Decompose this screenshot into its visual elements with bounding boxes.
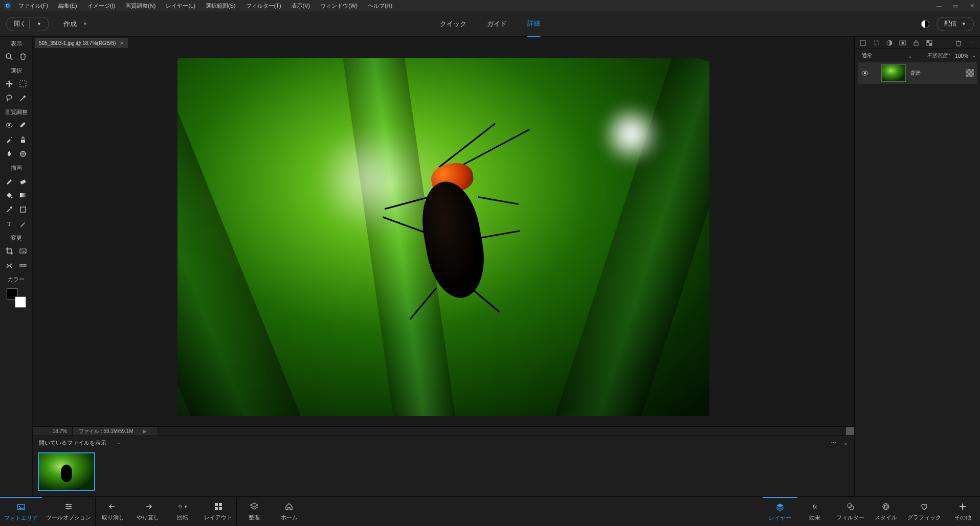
menu-file[interactable]: ファイル(F) xyxy=(13,0,53,11)
menu-image[interactable]: イメージ(I) xyxy=(82,0,120,11)
smart-brush-tool[interactable] xyxy=(3,133,15,146)
window-minimize-button[interactable]: — xyxy=(931,0,947,11)
photo-area-button[interactable]: フォトエリア xyxy=(0,497,42,526)
menu-select[interactable]: 選択範囲(S) xyxy=(201,0,241,11)
filters-tab-button[interactable]: フィルター xyxy=(832,497,868,526)
paint-bucket-tool[interactable] xyxy=(3,189,15,201)
chevron-down-icon: ▼ xyxy=(37,21,41,27)
clone-stamp-tool[interactable] xyxy=(17,133,29,146)
layer-name[interactable]: 背景 xyxy=(910,70,920,77)
zoom-tool[interactable] xyxy=(3,51,15,63)
more-icon[interactable]: ⋯ xyxy=(831,440,836,446)
lock-layer-icon[interactable] xyxy=(912,39,920,47)
window-close-button[interactable]: ✕ xyxy=(964,0,980,11)
tab-guided[interactable]: ガイド xyxy=(487,11,507,37)
undo-icon xyxy=(108,501,118,512)
styles-tab-button[interactable]: スタイル xyxy=(868,497,903,526)
svg-rect-11 xyxy=(21,140,25,143)
tab-expert[interactable]: 詳細 xyxy=(527,11,541,37)
status-file-info[interactable]: ファイル : 59.1M/59.1M ▶ xyxy=(73,427,157,436)
chevron-down-icon: ▼ xyxy=(83,21,87,27)
chevron-down-icon: ▼ xyxy=(962,21,966,27)
svg-rect-28 xyxy=(874,41,878,45)
effects-tab-button[interactable]: fx 効果 xyxy=(797,497,832,526)
layer-mask-icon[interactable] xyxy=(899,39,907,47)
marquee-tool[interactable] xyxy=(17,78,29,90)
chevron-down-icon[interactable]: ⌄ xyxy=(843,440,848,446)
pencil-tool[interactable] xyxy=(17,218,29,230)
menu-help[interactable]: ヘルプ(H) xyxy=(363,0,397,11)
lock-transparency-icon[interactable] xyxy=(925,39,933,47)
hand-tool[interactable] xyxy=(17,51,29,63)
recompose-tool[interactable] xyxy=(17,245,29,257)
lasso-tool[interactable] xyxy=(3,92,15,104)
contrast-toggle-icon[interactable] xyxy=(921,20,929,28)
graphics-tab-button[interactable]: グラフィック xyxy=(903,497,945,526)
tab-quick[interactable]: クイック xyxy=(440,11,466,37)
shape-tool[interactable] xyxy=(17,203,29,216)
create-button[interactable]: 作成 ▼ xyxy=(63,19,87,29)
photo-bin-thumbnail[interactable] xyxy=(38,452,95,491)
panel-menu-icon[interactable]: ⋯ xyxy=(968,39,976,47)
menu-layer[interactable]: レイヤー(L) xyxy=(161,0,200,11)
menu-window[interactable]: ウィンドウ(W) xyxy=(315,0,363,11)
tool-options-button[interactable]: ツールオプション xyxy=(42,497,95,526)
more-tab-button[interactable]: その他 xyxy=(945,497,980,526)
svg-rect-9 xyxy=(19,122,25,128)
layout-button[interactable]: レイアウト xyxy=(200,497,236,526)
window-restore-button[interactable]: ▭ xyxy=(947,0,964,11)
content-aware-move-tool[interactable] xyxy=(3,259,15,271)
type-tool[interactable]: T xyxy=(3,218,15,230)
opacity-value[interactable]: 100% xyxy=(955,53,968,59)
menu-edit[interactable]: 編集(E) xyxy=(53,0,82,11)
document-tab[interactable]: 505_3503-1.jpg @ 18.7%(RGB/8) ✕ xyxy=(35,38,128,48)
svg-rect-49 xyxy=(219,507,222,510)
organize-button[interactable]: 整理 xyxy=(237,497,272,526)
svg-rect-46 xyxy=(215,503,218,506)
eyedropper-tool[interactable] xyxy=(3,203,15,216)
open-button[interactable]: 開く ▼ xyxy=(6,17,49,31)
delete-layer-icon[interactable] xyxy=(954,39,963,47)
document-tab-label: 505_3503-1.jpg @ 18.7%(RGB/8) xyxy=(39,40,116,46)
rotate-button[interactable]: ▼ 回転 xyxy=(165,497,200,526)
layer-lock-icon[interactable] xyxy=(966,69,974,77)
crop-tool[interactable] xyxy=(3,245,15,257)
svg-rect-15 xyxy=(20,179,26,185)
straighten-tool[interactable] xyxy=(17,259,29,271)
layers-tab-button[interactable]: レイヤー xyxy=(763,497,797,526)
photo-area-icon xyxy=(16,502,26,512)
color-swatches[interactable] xyxy=(7,288,26,308)
visibility-toggle-icon[interactable] xyxy=(861,69,869,77)
svg-point-8 xyxy=(8,124,10,126)
chevron-down-icon[interactable]: ⌄ xyxy=(117,440,121,445)
blur-tool[interactable] xyxy=(3,148,15,160)
status-zoom[interactable]: 18.7% xyxy=(33,427,73,436)
background-color[interactable] xyxy=(15,296,26,308)
menu-filter[interactable]: フィルター(T) xyxy=(241,0,286,11)
chevron-down-icon[interactable]: ⌄ xyxy=(972,54,976,58)
home-button[interactable]: ホーム xyxy=(272,497,306,526)
adjustment-layer-icon[interactable] xyxy=(885,39,894,47)
eraser-tool[interactable] xyxy=(17,175,29,187)
gradient-tool[interactable] xyxy=(17,189,29,201)
new-group-icon[interactable] xyxy=(872,39,880,47)
close-icon[interactable]: ✕ xyxy=(120,40,124,46)
svg-point-53 xyxy=(883,506,889,508)
menu-enhance[interactable]: 画質調整(N) xyxy=(120,0,161,11)
move-tool[interactable] xyxy=(3,78,15,90)
layer-thumbnail[interactable] xyxy=(881,64,906,82)
menu-view[interactable]: 表示(V) xyxy=(286,0,316,11)
svg-point-31 xyxy=(902,41,904,44)
undo-button[interactable]: 取り消し xyxy=(96,497,130,526)
magic-wand-tool[interactable] xyxy=(17,92,29,104)
layer-row[interactable]: 背景 xyxy=(858,62,977,84)
redo-button[interactable]: やり直し xyxy=(130,497,165,526)
blend-mode-select[interactable]: 通常 ⌄ xyxy=(859,51,915,61)
sponge-tool[interactable] xyxy=(17,148,29,160)
brush-tool[interactable] xyxy=(3,175,15,187)
new-layer-icon[interactable] xyxy=(859,39,867,47)
canvas-viewport[interactable] xyxy=(33,48,854,426)
distribute-button[interactable]: 配信 ▼ xyxy=(937,17,974,31)
red-eye-tool[interactable] xyxy=(3,119,15,131)
spot-heal-tool[interactable] xyxy=(17,119,29,131)
